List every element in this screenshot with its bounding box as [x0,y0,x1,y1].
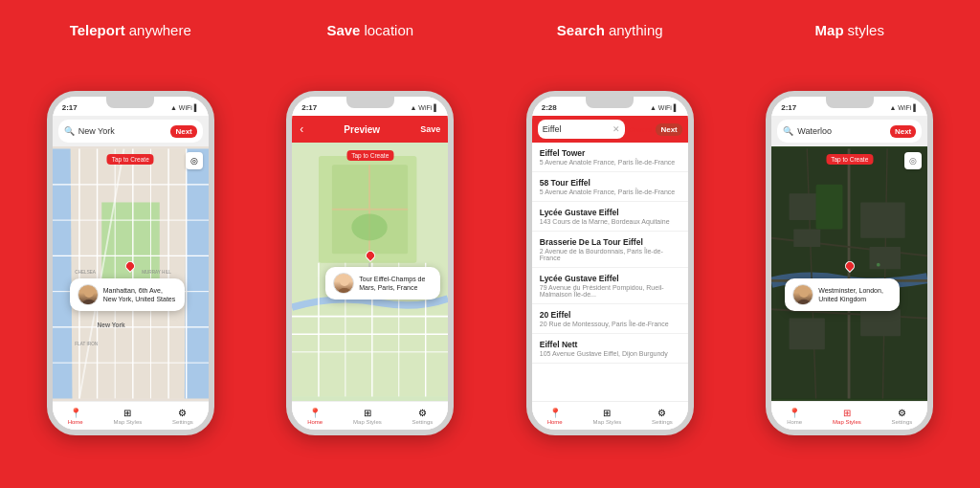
mapstyles-icon-4: ⊞ [843,408,851,418]
svg-rect-52 [860,202,905,237]
search-bar-4[interactable]: 🔍 Waterloo Next [777,120,922,143]
result-item-1[interactable]: Eiffel Tower 5 Avenue Anatole France, Pa… [532,143,688,172]
callout-2: Tour Eiffel-Champs de Mars, Paris, Franc… [325,267,440,299]
svg-point-23 [82,299,96,305]
result-name-3: Lycée Gustave Eiffel [540,208,680,217]
home-label-2: Home [307,419,323,425]
tab-mapstyles-4[interactable]: ⊞ Map Styles [833,408,861,425]
svg-point-29 [352,213,388,240]
feature-title-teleport: Teleport anywhere [70,17,191,44]
pin-dot-1 [123,259,137,273]
tab-home-4[interactable]: 📍 Home [787,408,802,425]
map-pin-4 [845,261,855,271]
status-time-2: 2:17 [301,103,317,112]
settings-icon-3: ⚙ [657,408,666,418]
search-text-4: Waterloo [797,126,886,136]
title-bold-3: Search [557,22,605,39]
result-addr-7: 105 Avenue Gustave Eiffel, Dijon Burgund… [540,350,680,357]
svg-point-40 [340,277,349,286]
feature-title-mapstyles: Map styles [815,17,884,44]
map-ny: New York CHELSEA MURRAY HILL FLAT IRON T… [53,146,209,401]
status-icons-2: ▲ WiFi ▌ [410,104,438,111]
tab-settings-4[interactable]: ⚙ Settings [892,408,913,425]
result-item-2[interactable]: 58 Tour Eiffel 5 Avenue Anatole France, … [532,172,688,202]
callout-text-1: Manhattan, 6th Ave, New York, United Sta… [103,286,177,303]
next-button-3[interactable]: Next [656,123,681,136]
result-item-5[interactable]: Lycée Gustave Eiffel 79 Avenue du Présid… [532,268,688,304]
feature-mapstyles: Map styles 2:17 ▲ WiFi ▌ 🔍 Waterloo Next [735,17,966,475]
tab-mapstyles-2[interactable]: ⊞ Map Styles [353,408,382,425]
result-addr-5: 79 Avenue du Président Pompidou, Rueil-M… [540,284,680,298]
result-item-6[interactable]: 20 Eiffel 20 Rue de Montessouy, Paris Îl… [532,304,688,334]
screen-1: 🔍 New York Next [53,116,209,430]
map-satellite: London Tap to Create ◎ [771,146,927,401]
ny-map-svg: New York CHELSEA MURRAY HILL FLAT IRON [53,146,209,401]
settings-label-1: Settings [172,419,193,425]
settings-label-2: Settings [412,419,434,425]
screen-3: Eiffel ✕ Cancel Next Eiffel Tower 5 Aven… [532,116,688,430]
clear-icon[interactable]: ✕ [612,124,620,134]
title-bold: Teleport [70,22,125,39]
tab-mapstyles-1[interactable]: ⊞ Map Styles [114,408,143,425]
phone-1: 2:17 ▲ WiFi ▌ 🔍 New York Next [47,91,214,435]
phone-notch-1 [106,97,154,108]
result-name-5: Lycée Gustave Eiffel [540,274,680,283]
svg-text:CHELSEA: CHELSEA [75,270,97,275]
home-label-4: Home [787,419,802,425]
phone-notch-3 [586,97,634,108]
title-bold-4: Map [815,22,844,39]
eiffel-search-bar: Eiffel ✕ Cancel Next [532,116,688,143]
map-pin-1 [125,261,135,271]
result-addr-1: 5 Avenue Anatole France, Paris Île-de-Fr… [540,159,680,166]
tab-settings-2[interactable]: ⚙ Settings [412,408,434,425]
tap-to-create-1[interactable]: Tap to Create [107,154,154,165]
location-button-1[interactable]: ◎ [186,152,203,169]
result-item-4[interactable]: Brasserie De La Tour Eiffel 2 Avenue de … [532,232,688,268]
avatar-2 [333,273,354,294]
screen-2: ‹ Preview Save [292,116,448,430]
tab-home-3[interactable]: 📍 Home [547,408,563,425]
save-button-2[interactable]: Save [420,124,440,134]
tab-settings-3[interactable]: ⚙ Settings [652,408,673,425]
feature-save: Save location 2:17 ▲ WiFi ▌ ‹ Preview Sa… [256,17,486,475]
tab-home-2[interactable]: 📍 Home [307,408,323,425]
tap-to-create-2[interactable]: Tap to Create [346,150,393,161]
phone-wrapper-4: 2:17 ▲ WiFi ▌ 🔍 Waterloo Next [766,52,933,475]
tab-bar-2: 📍 Home ⊞ Map Styles ⚙ Settings [292,401,448,430]
svg-rect-53 [870,247,902,269]
status-icons-3: ▲ WiFi ▌ [650,104,679,111]
tab-settings-1[interactable]: ⚙ Settings [172,408,193,425]
cancel-button-3[interactable]: Cancel [629,125,653,134]
phone-notch-4 [826,97,874,108]
phone-3: 2:28 ▲ WiFi ▌ Eiffel ✕ Cancel Next [526,91,694,435]
status-time-3: 2:28 [542,103,557,112]
tab-mapstyles-3[interactable]: ⊞ Map Styles [593,408,622,425]
next-button-1[interactable]: Next [170,125,196,138]
back-arrow-2[interactable]: ‹ [300,122,303,136]
mapstyles-icon-2: ⊞ [364,408,371,418]
eiffel-input-text: Eiffel [543,124,610,134]
settings-icon-2: ⚙ [418,408,427,418]
next-button-4[interactable]: Next [890,125,916,138]
tap-to-create-4[interactable]: Tap to Create [826,154,873,165]
tab-home-1[interactable]: 📍 Home [68,408,83,425]
avatar-1 [78,284,99,305]
home-icon-3: 📍 [549,408,561,418]
mapstyles-icon-1: ⊞ [123,408,131,418]
location-button-4[interactable]: ◎ [904,152,922,169]
result-name-2: 58 Tour Eiffel [540,178,680,188]
eiffel-input[interactable]: Eiffel ✕ [538,120,625,139]
feature-search: Search anything 2:28 ▲ WiFi ▌ Eiffel ✕ C… [495,17,725,475]
status-icons-1: ▲ WiFi ▌ [170,104,199,111]
svg-marker-2 [185,149,209,399]
status-icons-4: ▲ WiFi ▌ [889,104,918,111]
result-item-7[interactable]: Eiffel Nett 105 Avenue Gustave Eiffel, D… [532,334,688,364]
svg-point-59 [877,263,880,267]
search-bar-1[interactable]: 🔍 New York Next [58,120,203,143]
status-time-4: 2:17 [781,103,796,112]
result-name-6: 20 Eiffel [540,310,680,320]
result-item-3[interactable]: Lycée Gustave Eiffel 143 Cours de la Mar… [532,202,688,232]
tab-bar-1: 📍 Home ⊞ Map Styles ⚙ Settings [53,401,209,430]
phone-notch-2 [346,97,394,108]
feature-title-save: Save location [326,17,413,44]
